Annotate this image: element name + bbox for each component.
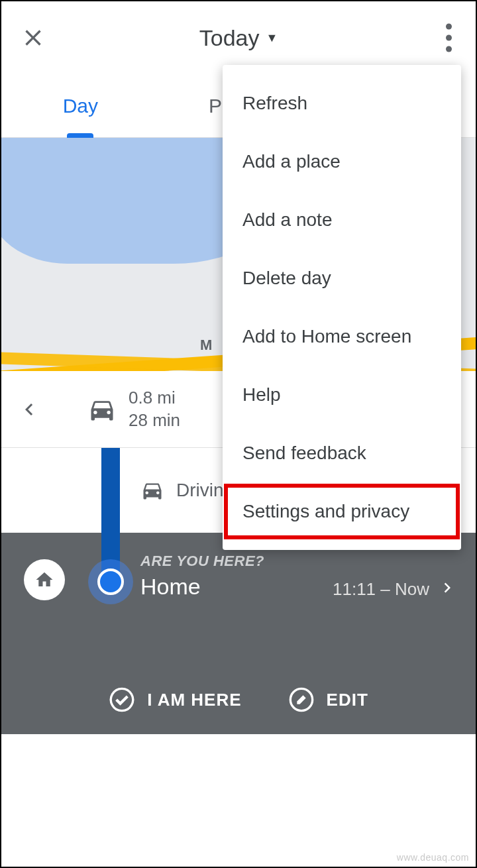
place-question: ARE YOU HERE?	[140, 553, 264, 570]
edit-button[interactable]: EDIT	[288, 686, 368, 713]
menu-add-note[interactable]: Add a note	[223, 191, 461, 249]
menu-refresh[interactable]: Refresh	[223, 74, 461, 133]
kebab-dot-icon	[446, 24, 452, 30]
car-icon	[140, 478, 164, 502]
home-badge	[24, 559, 65, 600]
place-time: 11:11 – Now	[333, 579, 429, 600]
overflow-menu: Refresh Add a place Add a note Delete da…	[223, 65, 461, 550]
tab-day[interactable]: Day	[1, 74, 160, 137]
kebab-dot-icon	[446, 46, 452, 52]
distance-miles: 0.8 mi	[129, 387, 180, 409]
chevron-right-icon[interactable]	[437, 578, 457, 598]
location-dot-icon	[97, 569, 124, 595]
menu-delete-day[interactable]: Delete day	[223, 249, 461, 307]
dropdown-triangle-icon: ▼	[266, 31, 278, 45]
menu-help[interactable]: Help	[223, 366, 461, 424]
back-chevron-icon[interactable]	[17, 398, 41, 421]
home-icon	[34, 570, 54, 590]
app-frame: Today ▼ Day Places Cities M 0.8 mi 28 mi…	[0, 0, 477, 868]
place-actions: I AM HERE EDIT	[1, 686, 476, 713]
title-dropdown[interactable]: Today ▼	[199, 25, 278, 51]
menu-add-place[interactable]: Add a place	[223, 133, 461, 191]
place-card[interactable]: ARE YOU HERE? Home 11:11 – Now I AM HERE…	[1, 533, 476, 734]
place-name: Home	[140, 574, 201, 600]
check-circle-icon	[109, 686, 135, 713]
confirm-here-button[interactable]: I AM HERE	[109, 686, 241, 713]
distance-text: 0.8 mi 28 min	[129, 387, 180, 432]
close-icon[interactable]	[20, 25, 46, 51]
overflow-menu-button[interactable]	[446, 24, 452, 52]
menu-settings-privacy[interactable]: Settings and privacy	[223, 482, 461, 541]
confirm-label: I AM HERE	[147, 690, 241, 710]
watermark-text: www.deuaq.com	[397, 852, 469, 863]
menu-send-feedback[interactable]: Send feedback	[223, 424, 461, 482]
edit-circle-icon	[288, 686, 315, 713]
map-city-label: M	[200, 337, 213, 354]
distance-duration: 28 min	[129, 409, 180, 432]
timeline-line	[101, 448, 120, 533]
kebab-dot-icon	[446, 35, 452, 41]
header-bar: Today ▼	[1, 1, 476, 74]
car-icon	[87, 395, 117, 424]
menu-add-home-screen[interactable]: Add to Home screen	[223, 307, 461, 366]
segment-content: Driving	[140, 478, 234, 502]
edit-label: EDIT	[327, 690, 368, 710]
header-title: Today	[199, 25, 260, 51]
